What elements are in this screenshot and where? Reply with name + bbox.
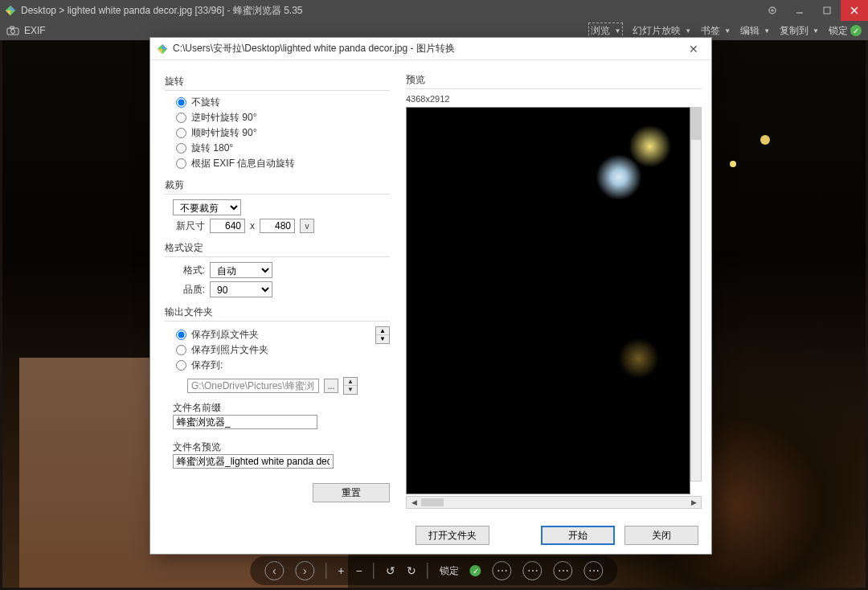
vertical-scrollbar[interactable] [690, 107, 702, 481]
aspect-button[interactable]: v [300, 219, 314, 233]
exif-button[interactable]: EXIF [24, 25, 46, 36]
save-original-radio[interactable]: 保存到原文件夹 [176, 328, 371, 342]
output-updown[interactable]: ▲▼ [375, 326, 390, 344]
minimize-button[interactable] [786, 0, 813, 21]
bb-undo[interactable]: ↺ [386, 564, 395, 577]
svg-marker-1 [10, 6, 15, 10]
toolbar-slideshow[interactable]: 幻灯片放映▼ [633, 24, 691, 38]
format-label: 格式: [173, 264, 205, 277]
preview-image[interactable] [406, 107, 690, 494]
format-section-title: 格式设定 [165, 241, 390, 257]
preview-panel: 预览 4368x2912 ◀ ▶ [406, 60, 711, 517]
rotate-section-title: 旋转 [165, 75, 390, 91]
convert-dialog: C:\Users\安哥拉\Desktop\lighted white panda… [149, 37, 712, 555]
toolbar-lock[interactable]: 锁定✓ [829, 24, 862, 38]
open-folder-button[interactable]: 打开文件夹 [416, 526, 489, 545]
bb-prev[interactable]: ‹ [264, 561, 284, 580]
title-bar: Desktop > lighted white panda decor.jpg … [0, 0, 868, 21]
output-section-title: 输出文件夹 [165, 305, 390, 322]
horizontal-scrollbar[interactable]: ◀ ▶ [406, 496, 702, 509]
app-icon [5, 5, 16, 16]
output-path-input[interactable] [187, 379, 319, 393]
bb-more3[interactable]: ⋯ [554, 561, 573, 580]
preview-section-title: 预览 [406, 73, 702, 89]
dialog-title: C:\Users\安哥拉\Desktop\lighted white panda… [173, 42, 682, 55]
toolbar-bookmark[interactable]: 书签▼ [701, 24, 731, 38]
dialog-close-button[interactable]: ✕ [682, 43, 705, 55]
svg-marker-14 [158, 49, 162, 54]
format-select[interactable]: 自动 [210, 262, 272, 278]
rotate-none-radio[interactable]: 不旋转 [176, 96, 390, 109]
crop-height-input[interactable] [260, 219, 295, 233]
quality-label: 品质: [173, 283, 205, 297]
toolbar-edit[interactable]: 编辑▼ [740, 24, 770, 38]
maximize-button[interactable] [813, 0, 841, 21]
save-photo-radio[interactable]: 保存到照片文件夹 [176, 343, 371, 357]
close-button[interactable] [841, 0, 868, 21]
bb-more1[interactable]: ⋯ [493, 561, 512, 580]
dialog-title-bar: C:\Users\安哥拉\Desktop\lighted white panda… [150, 38, 711, 60]
start-button[interactable]: 开始 [541, 526, 615, 545]
prefix-input[interactable] [173, 415, 317, 429]
bb-more4[interactable]: ⋯ [584, 561, 604, 580]
browse-button[interactable]: ... [324, 379, 338, 393]
crop-width-input[interactable] [210, 219, 245, 233]
settings-button[interactable] [759, 0, 786, 21]
path-updown[interactable]: ▲▼ [343, 377, 358, 395]
window-controls [759, 0, 868, 21]
svg-rect-6 [824, 7, 830, 14]
svg-marker-13 [162, 43, 167, 48]
rotate-cw90-radio[interactable]: 顺时针旋转 90° [176, 126, 390, 140]
bottom-bar: ‹ › + − ↺ ↻ 锁定 ✓ ⋯ ⋯ ⋯ ⋯ [250, 556, 617, 585]
svg-point-4 [772, 10, 773, 11]
rotate-exif-radio[interactable]: 根据 EXIF 信息自动旋转 [176, 157, 390, 170]
crop-section-title: 裁剪 [165, 178, 390, 195]
bb-zoom-in[interactable]: + [338, 564, 344, 577]
x-label: x [250, 220, 255, 231]
bb-next[interactable]: › [295, 561, 314, 580]
save-to-radio[interactable]: 保存到: [176, 359, 371, 372]
rotate-ccw90-radio[interactable]: 逆时针旋转 90° [176, 111, 390, 125]
rotate-180-radio[interactable]: 旋转 180° [176, 141, 390, 155]
crop-mode-select[interactable]: 不要裁剪 [173, 199, 241, 215]
filename-preview-label: 文件名预览 [173, 440, 390, 454]
reset-button[interactable]: 重置 [313, 483, 390, 502]
bb-zoom-out[interactable]: − [356, 564, 362, 577]
close-dialog-button[interactable]: 关闭 [624, 526, 698, 545]
newsize-label: 新尺寸 [173, 219, 205, 233]
bb-redo[interactable]: ↻ [407, 564, 416, 577]
bb-more2[interactable]: ⋯ [523, 561, 542, 580]
dialog-footer: 打开文件夹 开始 关闭 [150, 517, 711, 554]
prefix-label: 文件名前缀 [173, 401, 390, 415]
check-icon: ✓ [850, 25, 862, 36]
check-icon: ✓ [470, 565, 481, 576]
window-title: Desktop > lighted white panda decor.jpg … [21, 4, 759, 18]
dialog-icon [157, 43, 168, 55]
toolbar-copyto[interactable]: 复制到▼ [780, 24, 819, 38]
bb-lock-label: 锁定 [440, 564, 459, 578]
svg-marker-2 [6, 10, 10, 15]
svg-point-10 [11, 30, 15, 34]
camera-icon[interactable] [6, 26, 19, 35]
quality-select[interactable]: 90 [210, 281, 272, 297]
settings-panel: 旋转 不旋转 逆时针旋转 90° 顺时针旋转 90° 旋转 180° 根据 EX… [150, 60, 406, 517]
preview-dimensions: 4368x2912 [406, 94, 702, 104]
filename-preview [173, 454, 334, 469]
